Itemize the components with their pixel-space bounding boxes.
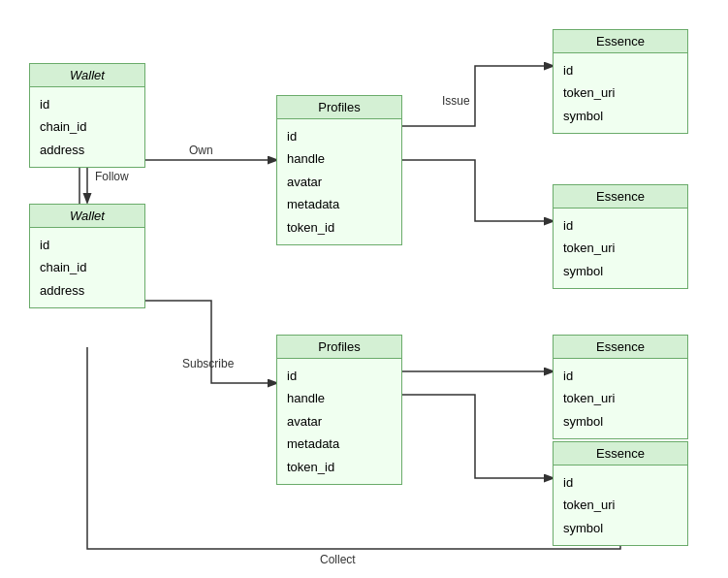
entity-header-wallet_bottom: Wallet xyxy=(30,205,144,228)
field-profiles_bottom-avatar: avatar xyxy=(287,410,392,433)
entity-body-profiles_top: idhandleavatarmetadatatoken_id xyxy=(277,119,401,244)
field-wallet_bottom-address: address xyxy=(40,279,135,302)
field-essence_3-id: id xyxy=(563,365,678,387)
field-profiles_top-handle: handle xyxy=(287,147,392,170)
field-wallet_top-id: id xyxy=(40,93,135,115)
entity-body-essence_4: idtoken_urisymbol xyxy=(554,466,687,545)
entity-header-essence_2: Essence xyxy=(554,185,687,209)
field-essence_1-token_uri: token_uri xyxy=(563,81,678,104)
field-wallet_bottom-id: id xyxy=(40,234,135,256)
field-essence_4-token_uri: token_uri xyxy=(563,494,678,516)
subscribe-label: Subscribe xyxy=(182,357,234,370)
field-essence_2-symbol: symbol xyxy=(563,260,678,282)
field-essence_1-symbol: symbol xyxy=(563,105,678,127)
entity-body-profiles_bottom: idhandleavatarmetadatatoken_id xyxy=(277,359,401,484)
entity-header-wallet_top: Wallet xyxy=(30,64,144,87)
entity-header-profiles_bottom: Profiles xyxy=(277,336,401,359)
entity-essence_4: Essenceidtoken_urisymbol xyxy=(553,441,688,546)
field-essence_3-symbol: symbol xyxy=(563,410,678,433)
field-wallet_top-chain_id: chain_id xyxy=(40,115,135,138)
entity-body-wallet_bottom: idchain_idaddress xyxy=(30,228,144,307)
entity-body-essence_1: idtoken_urisymbol xyxy=(554,53,687,133)
field-essence_4-symbol: symbol xyxy=(563,517,678,539)
field-profiles_bottom-token_id: token_id xyxy=(287,456,392,478)
collect-label: Collect xyxy=(320,553,356,566)
field-profiles_top-metadata: metadata xyxy=(287,193,392,215)
entity-body-essence_3: idtoken_urisymbol xyxy=(554,359,687,438)
field-essence_1-id: id xyxy=(563,59,678,81)
entity-wallet_bottom: Walletidchain_idaddress xyxy=(29,204,145,308)
field-profiles_top-avatar: avatar xyxy=(287,171,392,193)
entity-header-essence_4: Essence xyxy=(554,442,687,466)
field-wallet_bottom-chain_id: chain_id xyxy=(40,256,135,278)
entity-header-essence_3: Essence xyxy=(554,336,687,359)
field-essence_3-token_uri: token_uri xyxy=(563,387,678,409)
field-wallet_top-address: address xyxy=(40,139,135,161)
field-profiles_bottom-id: id xyxy=(287,365,392,387)
field-profiles_top-id: id xyxy=(287,125,392,147)
own-label: Own xyxy=(189,144,213,157)
entity-body-wallet_top: idchain_idaddress xyxy=(30,87,144,167)
entity-wallet_top: Walletidchain_idaddress xyxy=(29,63,145,168)
entity-essence_2: Essenceidtoken_urisymbol xyxy=(553,184,688,289)
diagram-container: Follow Own Issue Subscribe Collect Walle… xyxy=(0,0,728,578)
field-profiles_top-token_id: token_id xyxy=(287,216,392,239)
entity-profiles_top: Profilesidhandleavatarmetadatatoken_id xyxy=(276,95,402,245)
entity-essence_1: Essenceidtoken_urisymbol xyxy=(553,29,688,134)
entity-body-essence_2: idtoken_urisymbol xyxy=(554,209,687,288)
field-essence_2-token_uri: token_uri xyxy=(563,237,678,259)
field-essence_2-id: id xyxy=(563,214,678,237)
field-profiles_bottom-metadata: metadata xyxy=(287,433,392,455)
entity-profiles_bottom: Profilesidhandleavatarmetadatatoken_id xyxy=(276,335,402,485)
entity-header-profiles_top: Profiles xyxy=(277,96,401,119)
issue-label: Issue xyxy=(442,94,470,108)
entity-header-essence_1: Essence xyxy=(554,30,687,53)
follow-label: Follow xyxy=(95,170,129,183)
field-profiles_bottom-handle: handle xyxy=(287,387,392,409)
entity-essence_3: Essenceidtoken_urisymbol xyxy=(553,335,688,439)
field-essence_4-id: id xyxy=(563,471,678,494)
